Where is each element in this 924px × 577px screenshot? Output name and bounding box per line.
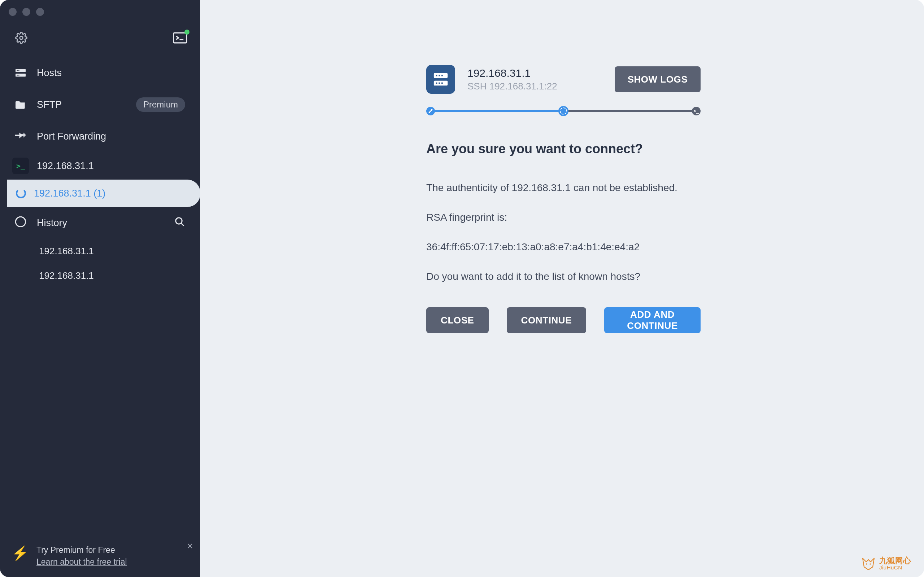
svg-rect-7 xyxy=(18,75,19,76)
progress-node-fingerprint-icon xyxy=(558,106,569,116)
sidebar-item-hosts[interactable]: Hosts xyxy=(0,57,200,89)
terminal-session-icon: >_ xyxy=(12,158,29,174)
svg-rect-6 xyxy=(17,75,18,76)
sidebar-top-row xyxy=(0,25,200,57)
promo-title: Try Premium for Free xyxy=(36,545,127,555)
host-ip: 192.168.31.1 xyxy=(467,67,603,79)
svg-rect-15 xyxy=(436,82,438,84)
search-icon xyxy=(174,216,185,227)
history-item-0[interactable]: 192.168.31.1 xyxy=(0,239,200,263)
sidebar-item-label: Hosts xyxy=(37,68,62,79)
continue-button[interactable]: CONTINUE xyxy=(507,307,586,333)
host-subtitle: SSH 192.168.31.1:22 xyxy=(467,81,603,92)
sidebar-session-0[interactable]: >_ 192.168.31.1 xyxy=(0,152,200,180)
history-title: History xyxy=(37,218,67,229)
action-buttons: CLOSE CONTINUE ADD AND CONTINUE xyxy=(426,307,701,333)
progress-node-terminal-icon: >_ xyxy=(692,107,701,115)
window-minimize-dot[interactable] xyxy=(23,8,30,16)
svg-rect-14 xyxy=(441,75,443,76)
premium-badge: Premium xyxy=(136,97,185,112)
session-label: 192.168.31.1 xyxy=(37,161,94,172)
fingerprint-value: 36:4f:ff:65:07:17:eb:13:a0:a8:e7:a4:b1:4… xyxy=(426,239,701,255)
hosts-icon xyxy=(15,68,26,78)
clock-icon xyxy=(15,216,26,230)
promo-link[interactable]: Learn about the free trial xyxy=(36,557,127,567)
bolt-icon: ⚡ xyxy=(11,545,29,561)
prompt-title: Are you sure you want to connect? xyxy=(426,141,701,156)
app-window: Hosts SFTP Premium Port Forwarding >_ 19… xyxy=(0,0,924,577)
promo-close-button[interactable]: ✕ xyxy=(187,542,193,551)
sidebar-history-header: History xyxy=(0,207,200,239)
progress-node-connect-icon xyxy=(426,107,435,115)
window-zoom-dot[interactable] xyxy=(36,8,44,16)
premium-promo: ⚡ Try Premium for Free Learn about the f… xyxy=(0,535,200,577)
connection-header: 192.168.31.1 SSH 192.168.31.1:22 SHOW LO… xyxy=(426,65,701,94)
svg-rect-1 xyxy=(174,33,187,43)
search-button[interactable] xyxy=(174,216,185,230)
watermark: 九狐网心 JiuHuCN xyxy=(861,556,911,571)
main-panel: 192.168.31.1 SSH 192.168.31.1:22 SHOW LO… xyxy=(200,0,924,577)
svg-point-18 xyxy=(866,563,867,565)
sidebar-item-label: SFTP xyxy=(37,99,62,110)
svg-rect-5 xyxy=(18,70,19,71)
known-hosts-question: Do you want to add it to the list of kno… xyxy=(426,269,701,284)
watermark-fox-icon xyxy=(861,556,876,571)
new-terminal-button[interactable] xyxy=(173,32,187,45)
history-item-label: 192.168.31.1 xyxy=(39,246,94,257)
session-label: 192.168.31.1 (1) xyxy=(34,188,105,199)
host-info: 192.168.31.1 SSH 192.168.31.1:22 xyxy=(467,67,603,92)
svg-rect-12 xyxy=(436,75,438,76)
settings-button[interactable] xyxy=(15,32,27,45)
history-item-1[interactable]: 192.168.31.1 xyxy=(0,263,200,288)
folder-icon xyxy=(15,99,26,110)
sidebar-item-port-forwarding[interactable]: Port Forwarding xyxy=(0,121,200,152)
svg-rect-16 xyxy=(439,82,440,84)
window-controls xyxy=(9,8,44,16)
watermark-cn: 九狐网心 xyxy=(879,557,911,565)
sidebar-item-sftp[interactable]: SFTP Premium xyxy=(0,89,200,121)
add-and-continue-button[interactable]: ADD AND CONTINUE xyxy=(604,307,701,333)
svg-rect-17 xyxy=(441,82,443,84)
progress-fill xyxy=(430,110,567,112)
window-close-dot[interactable] xyxy=(9,8,16,16)
loading-spinner-icon xyxy=(16,188,26,198)
svg-point-19 xyxy=(869,563,871,565)
sidebar: Hosts SFTP Premium Port Forwarding >_ 19… xyxy=(0,0,200,577)
svg-point-0 xyxy=(20,36,23,40)
svg-rect-13 xyxy=(439,75,440,76)
connection-progress: >_ xyxy=(426,107,701,114)
history-item-label: 192.168.31.1 xyxy=(39,270,94,281)
close-button[interactable]: CLOSE xyxy=(426,307,489,333)
svg-point-9 xyxy=(176,218,182,224)
host-badge-icon xyxy=(426,65,455,94)
gear-icon xyxy=(15,32,27,44)
watermark-en: JiuHuCN xyxy=(879,565,911,570)
svg-rect-4 xyxy=(17,70,18,71)
status-dot-icon xyxy=(184,29,189,35)
connection-prompt: 192.168.31.1 SSH 192.168.31.1:22 SHOW LO… xyxy=(426,65,701,333)
authenticity-text: The authenticity of 192.168.31.1 can not… xyxy=(426,180,701,195)
port-forward-icon xyxy=(15,131,26,142)
sidebar-item-label: Port Forwarding xyxy=(37,131,106,142)
fingerprint-label: RSA fingerprint is: xyxy=(426,210,701,225)
show-logs-button[interactable]: SHOW LOGS xyxy=(615,66,701,92)
sidebar-session-1-active[interactable]: 192.168.31.1 (1) xyxy=(7,180,200,207)
close-icon: ✕ xyxy=(187,542,193,551)
